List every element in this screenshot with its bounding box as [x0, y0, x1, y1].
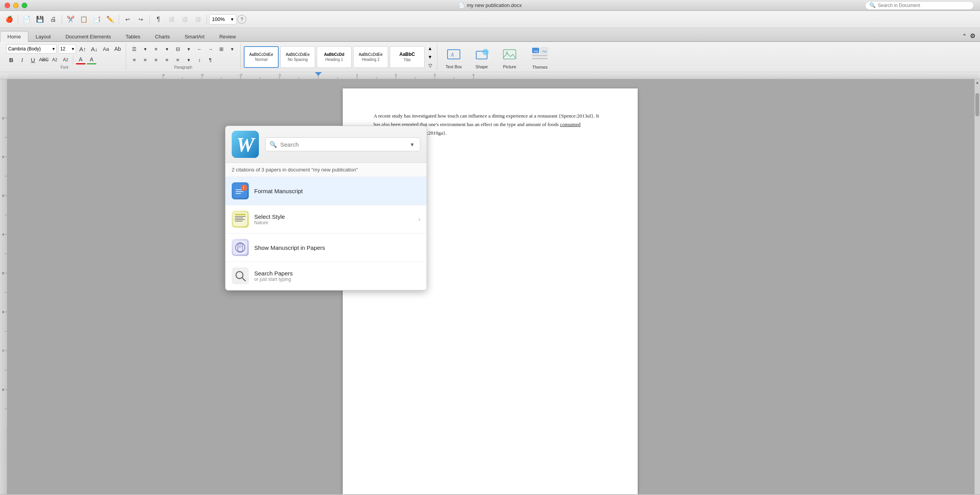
svg-text:!: ! — [243, 186, 244, 190]
decrease-font-button[interactable]: A↓ — [89, 44, 99, 54]
redo-button[interactable]: ↪ — [135, 13, 147, 26]
collapse-ribbon-button[interactable]: ⌃ — [962, 33, 967, 39]
insert-shape-item[interactable]: Shape — [470, 45, 493, 69]
style-title[interactable]: AaBbC Title — [390, 46, 425, 68]
search-papers-subtitle: or just start typing — [254, 277, 420, 282]
copy-button[interactable]: 📋 — [78, 13, 90, 26]
popup-search-input[interactable] — [280, 141, 405, 148]
line-spacing-button[interactable]: ≡ — [173, 55, 183, 64]
view-button-2[interactable]: ⬜ — [179, 13, 191, 26]
tab-layout[interactable]: Layout — [28, 31, 58, 42]
underline-button[interactable]: U — [28, 55, 38, 64]
settings-gear-icon[interactable]: ⚙ — [970, 32, 975, 40]
papers-popup: W 🔍 ▾ 2 citations of 3 papers in documen… — [225, 126, 427, 291]
minimize-button[interactable] — [13, 3, 19, 8]
indent-less-button[interactable]: ← — [194, 44, 205, 54]
maximize-button[interactable] — [22, 3, 27, 8]
document-search-input[interactable] — [878, 3, 970, 8]
format-painter-button[interactable]: ✏️ — [104, 13, 116, 26]
font-color-button[interactable]: A — [76, 55, 86, 64]
styles-scroll-down[interactable]: ▼ — [426, 53, 434, 61]
subscript-button[interactable]: A2 — [61, 55, 71, 64]
papers-logo: W — [232, 131, 259, 158]
close-button[interactable] — [5, 3, 10, 8]
numbered-list-dropdown[interactable]: ▾ — [162, 44, 172, 54]
vertical-scrollbar[interactable]: ▲ — [975, 79, 980, 494]
svg-text:4: 4 — [2, 233, 4, 236]
title-bar: 📄 my new publication.docx 🔍 — [0, 0, 980, 11]
ribbon-tabs: Home Layout Document Elements Tables Cha… — [0, 28, 980, 42]
view-button-3[interactable]: ⬜ — [192, 13, 204, 26]
superscript-button[interactable]: A2 — [50, 55, 60, 64]
styles-section: AaBbCcDdEe Normal AaBbCcDdEe No Spacing … — [241, 43, 437, 70]
align-justify-button[interactable]: ≡ — [162, 55, 172, 64]
align-center-button[interactable]: ≡ — [140, 55, 150, 64]
columns-dropdown[interactable]: ▾ — [227, 44, 237, 54]
sort-button[interactable]: ↕ — [194, 55, 205, 64]
popup-search-box[interactable]: 🔍 ▾ — [265, 137, 420, 151]
line-spacing-dropdown[interactable]: ▾ — [184, 55, 194, 64]
zoom-dropdown[interactable]: 100% ▾ — [209, 14, 236, 24]
themes-label: Themes — [532, 65, 548, 69]
new-doc-button[interactable]: 📄 — [21, 13, 33, 26]
numbered-list-button[interactable]: ≡ — [151, 44, 161, 54]
align-left-button[interactable]: ≡ — [129, 55, 139, 64]
toolbar-separator-3 — [119, 15, 119, 24]
align-right-button[interactable]: ≡ — [151, 55, 161, 64]
document-search-box[interactable]: 🔍 — [865, 1, 974, 10]
show-manuscript-item[interactable]: Show Manuscript in Papers — [225, 234, 427, 262]
columns-button[interactable]: ⊞ — [216, 44, 226, 54]
show-hide-button[interactable]: ¶ — [205, 55, 215, 64]
tab-document-elements[interactable]: Document Elements — [58, 31, 118, 42]
svg-text:-1: -1 — [278, 73, 281, 77]
highlight-color-button[interactable]: A — [87, 55, 97, 64]
style-heading1[interactable]: AaBbCcDd Heading 1 — [317, 46, 352, 68]
cut-button[interactable]: ✂️ — [64, 13, 77, 26]
format-manuscript-icon: ! — [232, 182, 249, 199]
increase-font-button[interactable]: A↑ — [78, 44, 88, 54]
italic-button[interactable]: I — [17, 55, 27, 64]
insert-picture-item[interactable]: Picture — [498, 45, 521, 69]
bullet-list-dropdown[interactable]: ▾ — [140, 44, 150, 54]
font-family-dropdown[interactable]: Cambria (Body) ▾ — [6, 44, 57, 54]
tab-smartart[interactable]: SmartArt — [177, 31, 212, 42]
style-heading2[interactable]: AaBbCcDdEe Heading 2 — [353, 46, 388, 68]
search-papers-item[interactable]: Search Papers or just start typing — [225, 262, 427, 290]
show-formatting-button[interactable]: ¶ — [152, 13, 165, 26]
change-case-button[interactable]: Aa — [101, 44, 111, 54]
format-manuscript-item[interactable]: ! Format Manuscript — [225, 177, 427, 205]
styles-scroll-up[interactable]: ▲ — [426, 45, 434, 52]
paste-button[interactable]: 📑 — [91, 13, 103, 26]
save-button[interactable]: 💾 — [34, 13, 46, 26]
outline-dropdown[interactable]: ▾ — [184, 44, 194, 54]
print-button[interactable]: 🖨 — [47, 13, 59, 26]
select-style-item[interactable]: Select Style Nature › — [225, 205, 427, 234]
tab-charts[interactable]: Charts — [147, 31, 177, 42]
svg-text:-4: -4 — [161, 73, 165, 77]
style-normal[interactable]: AaBbCcDdEe Normal — [244, 46, 279, 68]
apple-menu-button[interactable]: 🍎 — [3, 13, 16, 26]
tab-home[interactable]: Home — [0, 31, 28, 42]
tab-review[interactable]: Review — [212, 31, 243, 42]
font-size-dropdown[interactable]: 12 ▾ — [58, 44, 76, 54]
indent-more-button[interactable]: → — [205, 44, 215, 54]
styles-expand[interactable]: ▽ — [426, 62, 434, 69]
strikethrough-button[interactable]: ABC — [39, 55, 49, 64]
zoom-dropdown-icon: ▾ — [231, 16, 234, 22]
scrollbar-thumb[interactable] — [975, 93, 979, 116]
insert-textbox-item[interactable]: A Text Box — [442, 45, 465, 69]
clear-format-button[interactable]: Ab — [113, 44, 123, 54]
tab-tables[interactable]: Tables — [118, 31, 148, 42]
scroll-up-button[interactable]: ▲ — [975, 79, 980, 85]
themes-button[interactable]: Aa Aa Themes — [531, 45, 549, 69]
view-button-1[interactable]: ⬜ — [165, 13, 178, 26]
outline-list-button[interactable]: ⊟ — [173, 44, 183, 54]
popup-dropdown-button[interactable]: ▾ — [408, 140, 416, 149]
bullet-list-button[interactable]: ☰ — [129, 44, 139, 54]
style-no-spacing[interactable]: AaBbCcDdEe No Spacing — [280, 46, 315, 68]
help-button[interactable]: ? — [237, 15, 246, 24]
popup-header: W 🔍 ▾ — [225, 126, 427, 163]
bold-button[interactable]: B — [6, 55, 16, 64]
style-heading1-preview: AaBbCcDd — [324, 52, 344, 57]
undo-button[interactable]: ↩ — [121, 13, 134, 26]
